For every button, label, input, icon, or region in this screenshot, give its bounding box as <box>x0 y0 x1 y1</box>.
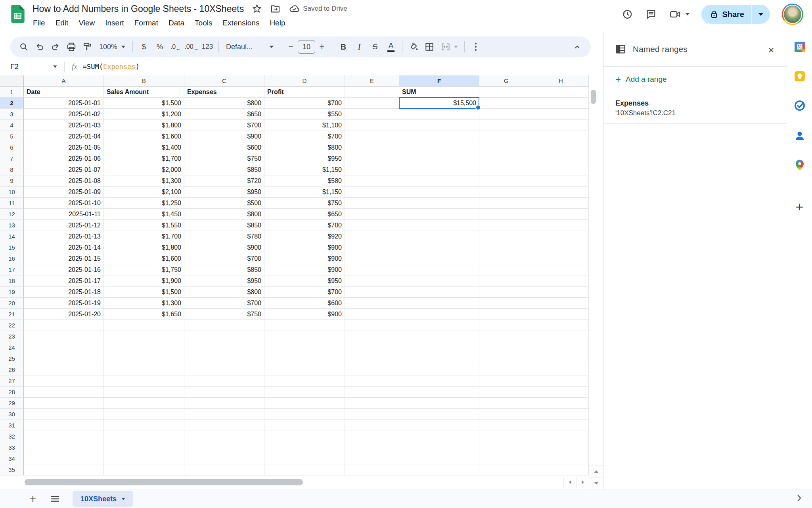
meet-presentation-control[interactable] <box>669 8 689 20</box>
row-header-30[interactable]: 30 <box>0 409 24 420</box>
cell-A27[interactable] <box>24 375 104 387</box>
row-header-31[interactable]: 31 <box>0 420 24 431</box>
column-header-A[interactable]: A <box>24 75 104 87</box>
cell-A17[interactable]: 2025-01-16 <box>24 264 104 275</box>
row-header-25[interactable]: 25 <box>0 353 24 364</box>
cell-B33[interactable] <box>104 442 184 453</box>
named-range-item[interactable]: Expenses '10XSheets'!C2:C21 <box>603 92 787 124</box>
cell-G1[interactable] <box>479 87 533 98</box>
scroll-down-button[interactable] <box>589 477 603 489</box>
cell-H4[interactable] <box>533 120 589 131</box>
cell-B28[interactable] <box>104 387 184 398</box>
cell-B9[interactable]: $1,300 <box>104 175 184 187</box>
cell-E2[interactable] <box>345 98 399 109</box>
cell-C26[interactable] <box>184 364 264 375</box>
cell-A9[interactable]: 2025-01-08 <box>24 175 104 187</box>
add-addon-button[interactable]: + <box>796 200 804 214</box>
cell-B34[interactable] <box>104 453 184 464</box>
collapse-toolbar-button[interactable] <box>569 39 585 55</box>
cell-E20[interactable] <box>345 298 399 309</box>
cell-D3[interactable]: $550 <box>264 109 345 120</box>
cell-E6[interactable] <box>345 142 399 153</box>
row-header-9[interactable]: 9 <box>0 175 24 187</box>
merge-cells-button[interactable] <box>437 39 461 55</box>
all-sheets-button[interactable] <box>48 492 62 506</box>
menu-data[interactable]: Data <box>163 17 190 29</box>
cell-B17[interactable]: $1,750 <box>104 264 184 275</box>
cell-D6[interactable]: $800 <box>264 142 345 153</box>
cell-G2[interactable] <box>479 98 533 109</box>
cell-D29[interactable] <box>264 398 345 409</box>
horizontal-scrollbar[interactable] <box>0 475 589 489</box>
cell-D10[interactable]: $1,150 <box>264 187 345 198</box>
cell-F31[interactable] <box>399 420 479 431</box>
cell-F20[interactable] <box>399 298 479 309</box>
cell-A34[interactable] <box>24 453 104 464</box>
cell-F25[interactable] <box>399 353 479 364</box>
cell-H6[interactable] <box>533 142 589 153</box>
cell-C32[interactable] <box>184 431 264 442</box>
cell-H19[interactable] <box>533 287 589 298</box>
cell-E3[interactable] <box>345 109 399 120</box>
menu-file[interactable]: File <box>28 17 50 29</box>
cell-G33[interactable] <box>479 442 533 453</box>
cell-G29[interactable] <box>479 398 533 409</box>
cell-G9[interactable] <box>479 175 533 187</box>
cell-H33[interactable] <box>533 442 589 453</box>
cell-E32[interactable] <box>345 431 399 442</box>
comments-icon[interactable] <box>645 8 657 20</box>
increase-decimals-button[interactable]: .00→ <box>184 39 199 55</box>
cell-B3[interactable]: $1,200 <box>104 109 184 120</box>
strikethrough-button[interactable]: S <box>367 39 383 55</box>
cell-B11[interactable]: $1,250 <box>104 198 184 209</box>
version-history-icon[interactable] <box>621 8 633 20</box>
cell-B6[interactable]: $1,400 <box>104 142 184 153</box>
cell-G4[interactable] <box>479 120 533 131</box>
cell-F27[interactable] <box>399 375 479 387</box>
cell-H22[interactable] <box>533 320 589 331</box>
cell-E35[interactable] <box>345 464 399 475</box>
cell-C30[interactable] <box>184 409 264 420</box>
cell-F22[interactable] <box>399 320 479 331</box>
cell-F9[interactable] <box>399 175 479 187</box>
cell-B29[interactable] <box>104 398 184 409</box>
cell-G20[interactable] <box>479 298 533 309</box>
cell-G30[interactable] <box>479 409 533 420</box>
cell-F26[interactable] <box>399 364 479 375</box>
cell-G32[interactable] <box>479 431 533 442</box>
row-header-13[interactable]: 13 <box>0 220 24 231</box>
cell-A7[interactable]: 2025-01-06 <box>24 153 104 164</box>
cell-D33[interactable] <box>264 442 345 453</box>
zoom-select[interactable]: 100% <box>95 39 129 55</box>
row-header-2[interactable]: 2 <box>0 98 24 109</box>
cell-B14[interactable]: $1,700 <box>104 231 184 242</box>
cell-E34[interactable] <box>345 453 399 464</box>
cell-A26[interactable] <box>24 364 104 375</box>
cell-G8[interactable] <box>479 164 533 175</box>
cell-B13[interactable]: $1,550 <box>104 220 184 231</box>
cell-C3[interactable]: $650 <box>184 109 264 120</box>
row-header-29[interactable]: 29 <box>0 398 24 409</box>
cell-C19[interactable]: $800 <box>184 287 264 298</box>
cell-E33[interactable] <box>345 442 399 453</box>
cell-D12[interactable]: $650 <box>264 209 345 220</box>
format-currency-button[interactable]: $ <box>136 39 152 55</box>
column-header-H[interactable]: H <box>533 75 589 87</box>
cell-B2[interactable]: $1,500 <box>104 98 184 109</box>
cell-A6[interactable]: 2025-01-05 <box>24 142 104 153</box>
italic-button[interactable]: I <box>351 39 367 55</box>
cell-E25[interactable] <box>345 353 399 364</box>
column-header-E[interactable]: E <box>345 75 399 87</box>
cell-C8[interactable]: $850 <box>184 164 264 175</box>
increase-font-size-button[interactable]: + <box>315 39 329 55</box>
cell-B21[interactable]: $1,650 <box>104 309 184 320</box>
search-button[interactable] <box>16 39 32 55</box>
menu-help[interactable]: Help <box>264 17 290 29</box>
cell-E17[interactable] <box>345 264 399 275</box>
cell-G7[interactable] <box>479 153 533 164</box>
row-header-17[interactable]: 17 <box>0 264 24 275</box>
menu-extensions[interactable]: Extensions <box>217 17 264 29</box>
cell-A28[interactable] <box>24 387 104 398</box>
cell-F2[interactable]: $15,500 <box>399 98 479 109</box>
cell-G3[interactable] <box>479 109 533 120</box>
